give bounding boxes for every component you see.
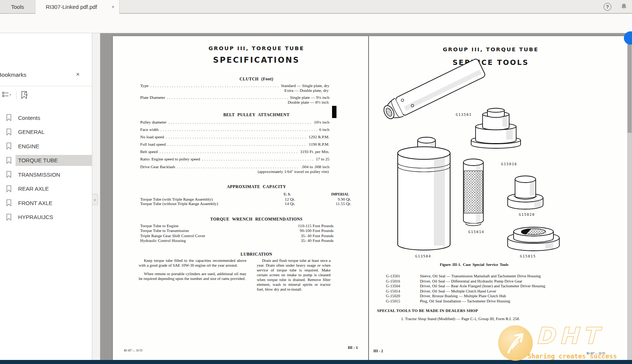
paragraph: Keep torque tube filled to the capacitie… [139, 258, 246, 268]
bookmark-flag-icon [6, 128, 12, 136]
spec-row-line2: Double plate — 8½ inch [288, 100, 329, 104]
window-tab-bar: Tools RI307-Linked pdf.pdf × ? [0, 0, 632, 13]
torque-table: Torque Tube to Engine110-115 Foot Pounds… [140, 223, 334, 243]
bookmarks-list: Contents GENERAL ENGINE TORQUE TUBE TRAN… [0, 111, 92, 224]
service-tools-figure [369, 58, 576, 265]
sidebar-item-front-axle[interactable]: FRONT AXLE [0, 196, 92, 210]
watermark-tagline: Sharing creates success [528, 353, 617, 360]
sidebar-item-engine[interactable]: ENGINE [0, 139, 92, 153]
table-row: Triple Range Gear Shift Control Cover35-… [140, 233, 334, 238]
bookmarks-close-icon[interactable]: × [76, 71, 80, 78]
current-bookmark-icon[interactable] [20, 91, 28, 100]
notifications-bell-icon[interactable] [620, 3, 628, 10]
sidebar-item-torque-tube[interactable]: TORQUE TUBE [0, 153, 92, 168]
sidebar-item-label: ENGINE [18, 143, 39, 149]
sidebar-item-label: HYPRAUIJCS [18, 214, 53, 220]
figure-caption: Figure III-1. Case Special Service Tools [369, 263, 579, 267]
torque-heading: TORQUE WRENCH RECOMMENDATIONS [145, 217, 368, 221]
list-item: G-13504Driver, Oil Seal — Rear Axle Flan… [386, 284, 622, 289]
sidebar-item-general[interactable]: GENERAL [0, 125, 92, 139]
tool-label-g15020: G15020 [514, 212, 540, 216]
pdf-toolbar: / 52 [0, 14, 632, 33]
special-tools-item: 1. Tractor Shop Stand (Modified) — Page … [401, 316, 520, 321]
collapse-sidebar-icon[interactable]: ‹ [92, 194, 98, 205]
left-footer-form: RI-307 — 10-55 [124, 349, 142, 352]
scrollbar-thumb[interactable] [628, 37, 632, 133]
window-bottom-edge [0, 360, 632, 364]
bookmark-flag-icon [6, 199, 12, 207]
list-item: G-15016Driver, Oil Seal — Differential a… [386, 279, 622, 284]
sidebar-item-hydraulics[interactable]: HYPRAUIJCS [0, 210, 92, 225]
pdf-page-left: GROUP III, TORQUE TUBE SPECIFICATIONS CL… [113, 36, 368, 360]
watermark-brand: DHT [536, 322, 603, 349]
bookmark-flag-icon [6, 214, 12, 221]
right-footer-page: III - 2 [373, 349, 383, 353]
tab-tools-label: Tools [11, 4, 24, 10]
t ool-g15016-drawing [471, 108, 521, 149]
lubrication-col2: Drain and flush torque tube at least onc… [257, 258, 331, 292]
tool-g13504-drawing [398, 137, 450, 250]
bookmark-flag-icon [6, 142, 12, 150]
left-footer-page: III - 1 [348, 345, 358, 350]
vertical-scrollbar[interactable] [627, 33, 632, 360]
tool-label-g15016: G15016 [496, 162, 522, 166]
sidebar-item-contents[interactable]: Contents [0, 111, 92, 125]
paragraph: When remote or portable cylinders are us… [139, 271, 246, 281]
capacity-heading: APPROXIMATE CAPACITY [145, 184, 368, 189]
list-item: G-13501Sleeve, Oil Seal — Transmission M… [386, 274, 622, 279]
paragraph: Drain and flush torque tube at least onc… [257, 258, 331, 292]
spec-row: Face width6 inch [140, 127, 329, 132]
table-row: Torque Tube (without Triple Range Assemb… [140, 201, 353, 206]
spec-row: Plate DiameterSingle plate — 9¼ inch [140, 95, 329, 100]
table-row: Hydraulic Control Housing35- 40 Foot Pou… [140, 238, 334, 243]
tab-document-label: RI307-Linked pdf.pdf [46, 4, 97, 10]
divider [0, 86, 92, 86]
tab-tools[interactable]: Tools [0, 0, 35, 13]
tool-g15020-drawing [508, 176, 543, 209]
bookmark-options-icon[interactable] [2, 91, 12, 99]
tool-label-g15015: G15015 [515, 254, 541, 258]
capacity-table: U. S. IMPERIAL Torque Tube (with Triple … [140, 192, 353, 206]
capacity-header-row: U. S. IMPERIAL [140, 192, 353, 197]
sidebar-item-label: TORQUE TUBE [18, 157, 58, 163]
tool-g15014-drawing [463, 159, 483, 226]
table-row: Torque Tube (with Triple Range Assembly)… [140, 197, 353, 202]
list-item: G-15014Driver, Oil Seal — Multiple Clutc… [386, 289, 622, 294]
spec-row-line2: Extra — Double plate, dry [284, 88, 329, 93]
pdf-page-right: GROUP III, TORQUE TUBE SERVICE TOOLS [369, 36, 627, 360]
spec-row: Belt speed3193 Ft. per Min. [140, 149, 329, 154]
bookmark-flag-icon [6, 114, 12, 121]
bookmark-flag-icon [6, 171, 12, 178]
tab-close-icon[interactable]: × [110, 4, 115, 10]
sidebar-item-transmission[interactable]: TRANSMISSION [0, 167, 92, 182]
bookmark-flag-icon [6, 185, 12, 193]
divider [16, 91, 17, 99]
sidebar-item-rear-axle[interactable]: REAR AXLE [0, 182, 92, 196]
spec-row: Pulley diameter10¼ inch [140, 120, 329, 124]
capacity-col-us: U. S. [263, 192, 300, 197]
sidebar-item-label: TRANSMISSION [18, 171, 60, 178]
sidebar-item-label: REAR AXLE [18, 186, 49, 192]
right-group-title: GROUP III, TORQUE TUBE [369, 46, 612, 52]
scan-artifact-marker [332, 106, 336, 118]
help-icon[interactable]: ? [604, 3, 611, 11]
spec-row: Ratio: Engine speed to pulley speed17 to… [140, 157, 329, 161]
tab-document[interactable]: RI307-Linked pdf.pdf × [35, 0, 120, 14]
lubrication-heading: LUBRICATION [145, 252, 368, 256]
bookmark-flag-icon [6, 157, 12, 164]
parts-list: G-13501Sleeve, Oil Seal — Transmission M… [386, 274, 622, 304]
lubrication-col1: Keep torque tube filled to the capacitie… [139, 258, 246, 281]
tool-label-g15014: G15014 [463, 230, 490, 234]
spec-row: Full load speed1190 R.P.M. [140, 142, 329, 146]
spec-row: TypeStandard — Single plate, dry [140, 83, 329, 88]
list-item: G-15020Driver, Bronze Bushing — Multiple… [386, 294, 622, 299]
special-tools-heading: SPECIAL TOOLS TO BE MADE IN DEALERS SHOP [377, 308, 478, 313]
backlash-note: (approximately 1/64″ travel on pulley ri… [258, 169, 329, 174]
sidebar-item-label: GENERAL [18, 129, 45, 135]
list-item: G-15015Plug, Oil Seal Installation — Tac… [386, 299, 622, 304]
spec-row: No load speed1292 R.P.M. [140, 135, 329, 139]
bookmarks-panel: Bookmarks × Contents GENERAL ENGINE TORQ… [0, 33, 92, 360]
table-row: Torque Tube to Engine110-115 Foot Pounds [140, 223, 334, 228]
spec-row: Drive Gear Backlash.004 to .008 inch [140, 164, 329, 169]
document-viewport: GROUP III, TORQUE TUBE SPECIFICATIONS CL… [100, 33, 632, 364]
